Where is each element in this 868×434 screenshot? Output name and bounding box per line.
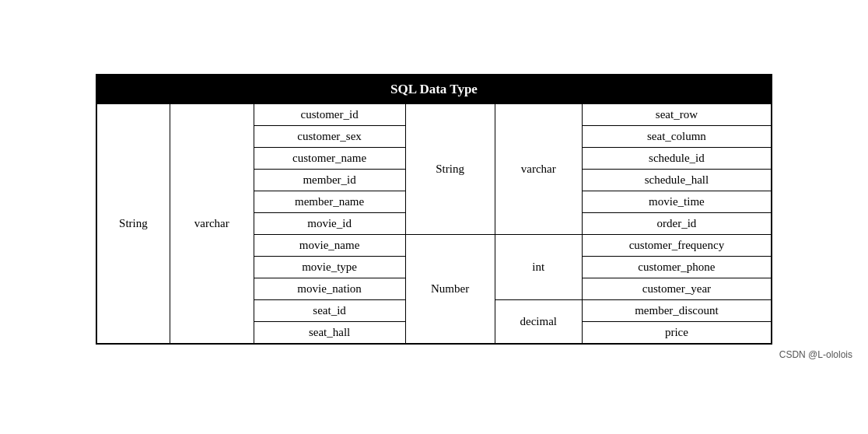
field-customer-name: customer_name	[254, 148, 405, 170]
category-number: Number	[405, 235, 495, 345]
related-schedule-hall: schedule_hall	[582, 170, 772, 191]
field-seat-id: seat_id	[254, 300, 405, 322]
related-seat-column: seat_column	[582, 126, 772, 148]
related-customer-frequency: customer_frequency	[582, 235, 772, 257]
field-movie-type: movie_type	[254, 257, 405, 278]
type-varchar: varchar	[495, 104, 582, 235]
related-schedule-id: schedule_id	[582, 148, 772, 170]
field-member-name: member_name	[254, 191, 405, 213]
main-type-string: String	[96, 104, 170, 345]
type-decimal: decimal	[495, 300, 582, 345]
field-movie-name: movie_name	[254, 235, 405, 257]
field-movie-id: movie_id	[254, 213, 405, 235]
page-wrapper: SQL Data Type String varchar customer_id…	[0, 0, 868, 434]
table-title: SQL Data Type	[96, 75, 772, 104]
field-customer-id: customer_id	[254, 104, 405, 126]
main-sql-varchar: varchar	[170, 104, 254, 345]
related-member-discount: member_discount	[582, 300, 772, 322]
related-customer-year: customer_year	[582, 278, 772, 300]
category-string: String	[405, 104, 495, 235]
table-container: SQL Data Type String varchar customer_id…	[96, 74, 772, 345]
related-customer-phone: customer_phone	[582, 257, 772, 278]
field-seat-hall: seat_hall	[254, 322, 405, 345]
related-price: price	[582, 322, 772, 345]
field-movie-nation: movie_nation	[254, 278, 405, 300]
related-seat-row: seat_row	[582, 104, 772, 126]
field-member-id: member_id	[254, 170, 405, 191]
sql-data-type-table: SQL Data Type String varchar customer_id…	[96, 74, 772, 345]
related-order-id: order_id	[582, 213, 772, 235]
field-customer-sex: customer_sex	[254, 126, 405, 148]
footer-credit: CSDN @L-ololois	[779, 349, 852, 360]
type-int: int	[495, 235, 582, 300]
table-row: String varchar customer_id String varcha…	[96, 104, 772, 126]
related-movie-time: movie_time	[582, 191, 772, 213]
